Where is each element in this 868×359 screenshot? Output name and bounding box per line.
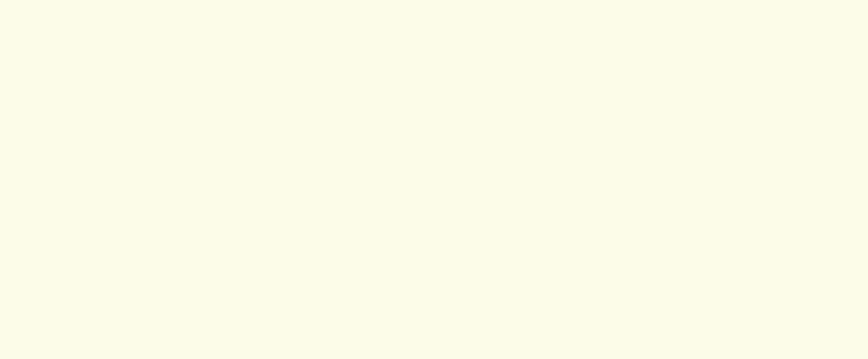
- chart-canvas[interactable]: [0, 0, 868, 359]
- trading-chart-window: [0, 0, 868, 359]
